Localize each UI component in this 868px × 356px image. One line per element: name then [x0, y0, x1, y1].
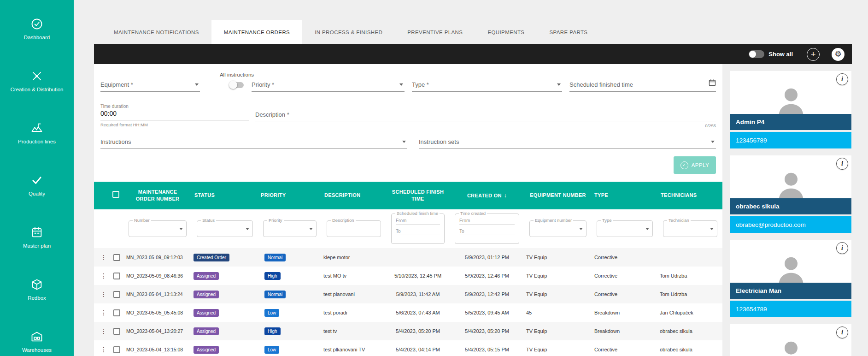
sidebar-item-dashboard[interactable]: Dashboard — [0, 3, 74, 55]
show-all-toggle[interactable] — [749, 50, 764, 58]
description-field[interactable]: Description * 0/255 — [255, 104, 716, 128]
cell-equipment-number: 45 — [524, 310, 592, 315]
technician-card: i Electrician Man 123654789 — [730, 240, 851, 317]
type-select[interactable]: Type * — [412, 75, 562, 92]
tab-bar: MAINTENANCE NOTIFICATIONS MAINTENANCE OR… — [94, 20, 868, 44]
time-duration-value[interactable]: 00:00 — [100, 109, 249, 120]
table-row[interactable]: ⋮ MO_2023-05-04_13:15:08 Assigned Low te… — [94, 340, 722, 356]
production-lines-icon — [30, 122, 43, 135]
settings-button[interactable]: ⚙ — [832, 48, 845, 61]
sidebar: Dashboard Creation & Distribution Produc… — [0, 0, 74, 356]
filter-status[interactable]: Status — [197, 220, 253, 237]
tab[interactable]: PREVENTIVE PLANS — [395, 20, 475, 44]
cell-technicians: Tom Udrzba — [658, 291, 722, 297]
cell-equipment-number: TV Equip — [524, 273, 592, 279]
filter-created-from[interactable]: From — [459, 216, 515, 225]
row-menu-icon[interactable]: ⋮ — [100, 272, 107, 279]
cell-description: test poradi — [322, 310, 386, 315]
tab[interactable]: MAINTENANCE ORDERS — [211, 20, 302, 44]
row-checkbox[interactable] — [113, 291, 120, 298]
filter-equipment-number[interactable]: Equipment number — [529, 220, 586, 237]
toolbar-controls: Show all + ⚙ — [749, 48, 852, 61]
tab[interactable]: IN PROCESS & FINISHED — [302, 20, 395, 44]
sidebar-item-label: Quality — [27, 191, 47, 196]
column-header-created[interactable]: CREATED ON↓ — [450, 192, 524, 200]
tab[interactable]: MAINTENANCE NOTIFICATIONS — [101, 20, 211, 44]
sidebar-item-warehouses[interactable]: Warehouses — [0, 315, 74, 356]
table-row[interactable]: ⋮ MO_2023-05-04_13:20:27 Assigned High t… — [94, 322, 722, 340]
table-row[interactable]: ⋮ MO_2023-05-09_08:46:36 Assigned High t… — [94, 267, 722, 285]
info-icon[interactable]: i — [836, 73, 848, 85]
info-icon[interactable]: i — [836, 326, 848, 338]
sidebar-item-production-lines[interactable]: Production lines — [0, 107, 74, 159]
cell-type: Breakdown — [592, 328, 658, 334]
equipment-select[interactable]: Equipment * — [100, 75, 200, 92]
avatar — [730, 324, 851, 356]
filter-type[interactable]: Type — [597, 220, 653, 237]
filter-scheduled-to[interactable]: To — [396, 227, 440, 235]
row-checkbox[interactable] — [113, 309, 120, 316]
filter-time-created[interactable]: Time created From To — [455, 214, 519, 244]
priority-select[interactable]: Priority * — [252, 75, 405, 92]
cell-created-on: 5/9/2023, 01:12 PM — [450, 255, 524, 260]
cell-created-on: 5/5/2023, 09:45 AM — [450, 310, 524, 315]
calendar-picker-icon[interactable] — [709, 79, 716, 88]
select-all-checkbox[interactable] — [112, 191, 119, 198]
filter-created-to[interactable]: To — [459, 227, 515, 235]
row-checkbox[interactable] — [113, 254, 120, 261]
sidebar-item-master-plan[interactable]: Master plan — [0, 211, 74, 263]
priority-label: Priority * — [252, 81, 274, 88]
all-instructions-label: All instructions — [220, 72, 254, 77]
table-row[interactable]: ⋮ MO_2023-05-05_05:45:08 Assigned Low te… — [94, 303, 722, 322]
description-counter: 0/255 — [255, 123, 716, 128]
table-row[interactable]: ⋮ MN_2023-05-09_09:12:03 Created Order N… — [94, 248, 722, 267]
cell-scheduled-finish-time: 5/6/2023, 07:43 AM — [386, 310, 450, 315]
cell-technicians: Jan Chlupaček — [658, 310, 722, 315]
instructions-select[interactable]: Instructions — [100, 132, 407, 149]
sidebar-item-quality[interactable]: Quality — [0, 159, 74, 211]
filter-scheduled-finish-time[interactable]: Scheduled finish time From To — [391, 214, 445, 244]
tab[interactable]: SPARE PARTS — [537, 20, 600, 44]
table-row[interactable]: ⋮ MN_2023-05-04_13:13:24 Assigned Normal… — [94, 285, 722, 303]
column-header-order-number: MAINTENANCE ORDER NUMBER — [123, 189, 192, 203]
tools-icon — [30, 70, 43, 83]
instruction-sets-select[interactable]: Instruction sets — [419, 132, 716, 149]
add-button[interactable]: + — [807, 48, 820, 61]
cell-created-on: 5/4/2023, 05:20 PM — [450, 328, 524, 334]
dropdown-arrow-icon — [645, 228, 649, 230]
cell-equipment-number: TV Equip — [524, 255, 592, 260]
dropdown-arrow-icon — [399, 83, 403, 86]
technician-name: Admin P4 — [730, 114, 851, 130]
time-duration-field[interactable]: Time duration 00:00 Required format HH:M… — [100, 104, 249, 127]
tab-label: PREVENTIVE PLANS — [407, 30, 463, 35]
row-menu-icon[interactable]: ⋮ — [100, 346, 107, 353]
info-icon[interactable]: i — [836, 242, 848, 254]
cell-type: Corrective — [592, 347, 658, 352]
row-menu-icon[interactable]: ⋮ — [100, 309, 107, 316]
filter-number[interactable]: Number — [129, 220, 187, 237]
tab[interactable]: EQUIPMENTS — [475, 20, 537, 44]
row-menu-icon[interactable]: ⋮ — [100, 254, 107, 261]
row-menu-icon[interactable]: ⋮ — [100, 291, 107, 298]
filter-description[interactable]: Description — [327, 220, 381, 237]
sidebar-item-creation-distribution[interactable]: Creation & Distribution — [0, 55, 74, 107]
checkmark-icon — [30, 174, 43, 187]
dropdown-arrow-icon — [309, 228, 313, 230]
filter-technician[interactable]: Technician — [663, 220, 717, 237]
info-icon[interactable]: i — [836, 158, 848, 170]
row-menu-icon[interactable]: ⋮ — [100, 327, 107, 335]
description-placeholder[interactable]: Description * — [255, 104, 716, 121]
row-checkbox[interactable] — [113, 328, 120, 335]
row-checkbox[interactable] — [113, 273, 120, 279]
scheduled-finished-time-field[interactable]: Scheduled finished time — [569, 75, 716, 92]
apply-button[interactable]: ✓ APPLY — [674, 156, 716, 174]
all-instructions-toggle[interactable] — [230, 82, 244, 88]
technician-contact: obrabec@productoo.com — [730, 216, 851, 233]
technician-contact: 123456789 — [730, 132, 851, 148]
sidebar-item-redbox[interactable]: Redbox — [0, 263, 74, 315]
row-checkbox[interactable] — [113, 346, 120, 353]
sort-desc-icon[interactable]: ↓ — [504, 192, 507, 199]
filter-priority[interactable]: Priority — [263, 220, 317, 237]
cell-equipment-number: TV Equip — [524, 347, 592, 352]
filter-scheduled-from[interactable]: From — [396, 216, 440, 225]
